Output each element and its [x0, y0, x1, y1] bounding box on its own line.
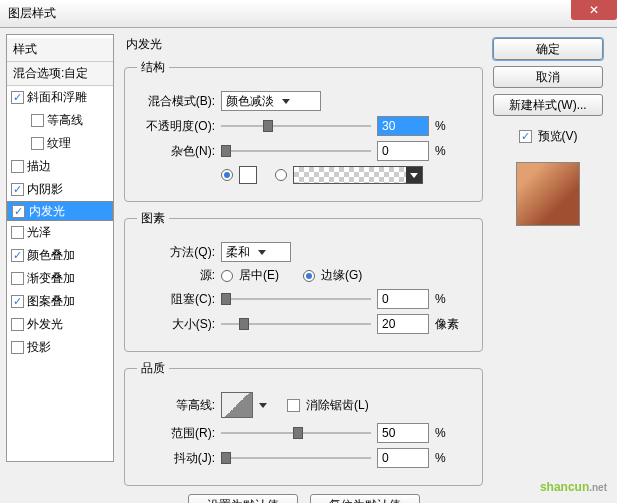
noise-input[interactable]: 0 — [377, 141, 429, 161]
antialias-label: 消除锯齿(L) — [306, 397, 369, 414]
jitter-input[interactable]: 0 — [377, 448, 429, 468]
style-item-1[interactable]: 等高线 — [7, 109, 113, 132]
dialog-body: 样式 混合选项:自定 斜面和浮雕等高线纹理描边内阴影内发光光泽颜色叠加渐变叠加图… — [0, 28, 617, 468]
style-item-7[interactable]: 颜色叠加 — [7, 244, 113, 267]
source-label: 源: — [137, 267, 215, 284]
chevron-down-icon — [282, 99, 290, 104]
jitter-unit: % — [435, 451, 465, 465]
chevron-down-icon — [258, 250, 266, 255]
style-checkbox[interactable] — [11, 295, 24, 308]
blend-mode-label: 混合模式(B): — [137, 93, 215, 110]
style-item-10[interactable]: 外发光 — [7, 313, 113, 336]
antialias-checkbox[interactable] — [287, 399, 300, 412]
style-item-3[interactable]: 描边 — [7, 155, 113, 178]
panel-title: 内发光 — [124, 34, 483, 59]
watermark: shancun.net — [540, 471, 607, 497]
chevron-down-icon[interactable] — [406, 167, 422, 183]
close-button[interactable]: ✕ — [571, 0, 617, 20]
style-label: 内发光 — [29, 203, 65, 220]
range-unit: % — [435, 426, 465, 440]
style-item-0[interactable]: 斜面和浮雕 — [7, 86, 113, 109]
titlebar: 图层样式 ✕ — [0, 0, 617, 28]
style-checkbox[interactable] — [11, 341, 24, 354]
noise-slider[interactable] — [221, 142, 371, 160]
source-edge-radio[interactable] — [303, 270, 315, 282]
style-item-8[interactable]: 渐变叠加 — [7, 267, 113, 290]
style-checkbox[interactable] — [11, 272, 24, 285]
contour-picker[interactable] — [221, 392, 253, 418]
style-item-9[interactable]: 图案叠加 — [7, 290, 113, 313]
size-label: 大小(S): — [137, 316, 215, 333]
cancel-button[interactable]: 取消 — [493, 66, 603, 88]
quality-group: 品质 等高线: 消除锯齿(L) 范围(R): 50 % 抖动(J): 0 % — [124, 360, 483, 486]
style-label: 内阴影 — [27, 181, 63, 198]
opacity-input[interactable]: 30 — [377, 116, 429, 136]
styles-list: 样式 混合选项:自定 斜面和浮雕等高线纹理描边内阴影内发光光泽颜色叠加渐变叠加图… — [6, 34, 114, 462]
source-center-radio[interactable] — [221, 270, 233, 282]
window-title: 图层样式 — [8, 5, 56, 22]
set-default-button[interactable]: 设置为默认值 — [188, 494, 298, 503]
jitter-label: 抖动(J): — [137, 450, 215, 467]
ok-button[interactable]: 确定 — [493, 38, 603, 60]
right-column: 确定 取消 新建样式(W)... 预览(V) — [493, 34, 611, 462]
gradient-mode-radio[interactable] — [275, 169, 287, 181]
style-label: 斜面和浮雕 — [27, 89, 87, 106]
size-input[interactable]: 20 — [377, 314, 429, 334]
style-label: 颜色叠加 — [27, 247, 75, 264]
choke-slider[interactable] — [221, 290, 371, 308]
noise-unit: % — [435, 144, 465, 158]
opacity-label: 不透明度(O): — [137, 118, 215, 135]
technique-select[interactable]: 柔和 — [221, 242, 291, 262]
preview-checkbox[interactable] — [519, 130, 532, 143]
gradient-well[interactable] — [293, 166, 423, 184]
source-edge-label: 边缘(G) — [321, 267, 362, 284]
noise-label: 杂色(N): — [137, 143, 215, 160]
opacity-unit: % — [435, 119, 465, 133]
size-unit: 像素 — [435, 316, 465, 333]
style-item-11[interactable]: 投影 — [7, 336, 113, 359]
style-checkbox[interactable] — [11, 226, 24, 239]
settings-panel: 内发光 结构 混合模式(B): 颜色减淡 不透明度(O): 30 % 杂色(N)… — [114, 34, 493, 462]
range-input[interactable]: 50 — [377, 423, 429, 443]
opacity-slider[interactable] — [221, 117, 371, 135]
style-checkbox[interactable] — [11, 249, 24, 262]
quality-legend: 品质 — [137, 360, 169, 377]
style-label: 渐变叠加 — [27, 270, 75, 287]
style-label: 等高线 — [47, 112, 83, 129]
style-label: 光泽 — [27, 224, 51, 241]
style-item-4[interactable]: 内阴影 — [7, 178, 113, 201]
style-item-2[interactable]: 纹理 — [7, 132, 113, 155]
style-item-6[interactable]: 光泽 — [7, 221, 113, 244]
style-checkbox[interactable] — [31, 137, 44, 150]
range-label: 范围(R): — [137, 425, 215, 442]
style-label: 图案叠加 — [27, 293, 75, 310]
choke-input[interactable]: 0 — [377, 289, 429, 309]
style-label: 描边 — [27, 158, 51, 175]
choke-label: 阻塞(C): — [137, 291, 215, 308]
new-style-button[interactable]: 新建样式(W)... — [493, 94, 603, 116]
style-checkbox[interactable] — [12, 205, 25, 218]
blend-mode-select[interactable]: 颜色减淡 — [221, 91, 321, 111]
size-slider[interactable] — [221, 315, 371, 333]
style-item-5[interactable]: 内发光 — [7, 201, 113, 221]
technique-label: 方法(Q): — [137, 244, 215, 261]
color-mode-radio[interactable] — [221, 169, 233, 181]
choke-unit: % — [435, 292, 465, 306]
structure-group: 结构 混合模式(B): 颜色减淡 不透明度(O): 30 % 杂色(N): 0 … — [124, 59, 483, 202]
structure-legend: 结构 — [137, 59, 169, 76]
color-well[interactable] — [239, 166, 257, 184]
style-checkbox[interactable] — [11, 91, 24, 104]
styles-header[interactable]: 样式 — [7, 38, 113, 62]
range-slider[interactable] — [221, 424, 371, 442]
chevron-down-icon[interactable] — [259, 403, 267, 408]
style-checkbox[interactable] — [11, 183, 24, 196]
blending-options-row[interactable]: 混合选项:自定 — [7, 62, 113, 86]
style-checkbox[interactable] — [31, 114, 44, 127]
style-checkbox[interactable] — [11, 160, 24, 173]
style-checkbox[interactable] — [11, 318, 24, 331]
reset-default-button[interactable]: 复位为默认值 — [310, 494, 420, 503]
jitter-slider[interactable] — [221, 449, 371, 467]
style-label: 纹理 — [47, 135, 71, 152]
elements-group: 图素 方法(Q): 柔和 源: 居中(E) 边缘(G) 阻塞(C): 0 % 大… — [124, 210, 483, 352]
source-center-label: 居中(E) — [239, 267, 279, 284]
